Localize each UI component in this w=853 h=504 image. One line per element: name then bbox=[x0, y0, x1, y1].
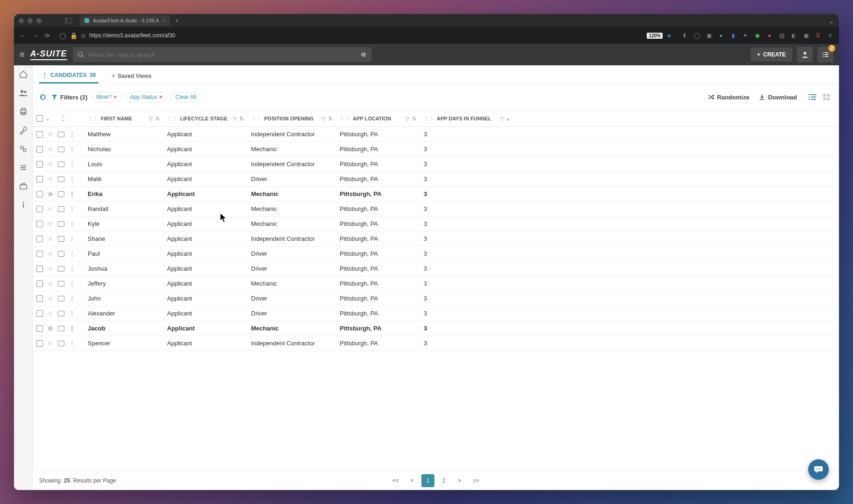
filters-button[interactable]: Filters (2) bbox=[51, 94, 88, 101]
row-card-icon[interactable] bbox=[58, 147, 64, 152]
new-tab-button[interactable]: + bbox=[175, 17, 178, 24]
reload-button[interactable]: ⟳ bbox=[45, 32, 50, 39]
sort-icon[interactable]: ⇅ bbox=[328, 116, 332, 122]
select-all-caret-icon[interactable]: ⌄ bbox=[46, 116, 49, 121]
extension-icon-4[interactable]: ✦ bbox=[742, 32, 748, 39]
table-row[interactable]: ☆ ⋮ Erika Applicant Mechanic Pittsburgh,… bbox=[33, 187, 839, 202]
row-star-icon[interactable]: ☆ bbox=[48, 340, 53, 347]
filter-icon[interactable]: ▽ bbox=[149, 116, 153, 122]
sidebar-toggle-icon[interactable] bbox=[65, 18, 71, 23]
row-card-icon[interactable] bbox=[58, 281, 64, 287]
row-menu-icon[interactable]: ⋮ bbox=[69, 295, 75, 302]
tab-candidates[interactable]: ⋮ CANDIDATES 39 bbox=[39, 68, 98, 84]
chat-fab[interactable] bbox=[808, 459, 829, 480]
page-prev-button[interactable]: < bbox=[406, 474, 419, 487]
grip-icon[interactable]: ⋮⋮ bbox=[251, 116, 261, 122]
print-icon[interactable] bbox=[18, 106, 28, 117]
bookmark-star-icon[interactable]: ★ bbox=[666, 32, 672, 39]
row-card-icon[interactable] bbox=[58, 341, 64, 346]
row-card-icon[interactable] bbox=[58, 266, 64, 272]
row-checkbox[interactable] bbox=[36, 236, 43, 242]
row-card-icon[interactable] bbox=[58, 251, 64, 257]
row-menu-icon[interactable]: ⋮ bbox=[69, 146, 75, 153]
home-icon[interactable] bbox=[18, 69, 28, 79]
randomize-button[interactable]: Randomize bbox=[708, 94, 749, 101]
minimize-window-button[interactable] bbox=[28, 18, 33, 23]
row-star-icon[interactable]: ☆ bbox=[48, 325, 53, 332]
row-checkbox[interactable] bbox=[36, 295, 43, 302]
forward-button[interactable]: → bbox=[32, 32, 38, 39]
extension-icon-10[interactable]: S bbox=[815, 32, 821, 39]
row-star-icon[interactable]: ☆ bbox=[48, 131, 53, 138]
row-menu-icon[interactable]: ⋮ bbox=[69, 205, 75, 212]
info-icon[interactable] bbox=[18, 200, 28, 210]
account-icon[interactable]: ◯ bbox=[693, 32, 700, 39]
grip-icon[interactable]: ⋮⋮ bbox=[340, 116, 350, 122]
row-checkbox[interactable] bbox=[36, 146, 43, 153]
row-checkbox[interactable] bbox=[36, 325, 43, 332]
extension-icon-7[interactable]: ▤ bbox=[778, 32, 785, 39]
row-checkbox[interactable] bbox=[36, 280, 43, 287]
row-star-icon[interactable]: ☆ bbox=[48, 280, 53, 287]
tab-close-icon[interactable]: × bbox=[162, 18, 165, 23]
table-row[interactable]: ☆ ⋮ Alexander Applicant Driver Pittsburg… bbox=[33, 306, 839, 321]
filter-chip-appstatus[interactable]: App Status × bbox=[126, 92, 167, 102]
row-star-icon[interactable]: ☆ bbox=[48, 220, 53, 227]
row-card-icon[interactable] bbox=[58, 176, 64, 182]
row-checkbox[interactable] bbox=[36, 340, 43, 347]
wrench-icon[interactable] bbox=[18, 125, 28, 135]
refresh-icon[interactable] bbox=[39, 93, 47, 101]
page-1-button[interactable]: 1 bbox=[421, 474, 434, 487]
table-row[interactable]: ☆ ⋮ Jeffery Applicant Mechanic Pittsburg… bbox=[33, 276, 839, 291]
table-row[interactable]: ☆ ⋮ Joshua Applicant Driver Pittsburgh, … bbox=[33, 261, 839, 276]
row-checkbox[interactable] bbox=[36, 176, 43, 182]
row-menu-icon[interactable]: ⋮ bbox=[69, 190, 75, 197]
table-row[interactable]: ☆ ⋮ Matthew Applicant Independent Contra… bbox=[33, 127, 839, 142]
download-button[interactable]: Download bbox=[759, 94, 797, 101]
row-star-icon[interactable]: ☆ bbox=[48, 250, 53, 257]
row-menu-icon[interactable]: ⋮ bbox=[69, 131, 75, 138]
maximize-window-button[interactable] bbox=[36, 18, 42, 23]
clear-all-chip[interactable]: Clear All bbox=[171, 92, 201, 102]
th-position-opening[interactable]: ⋮⋮POSITION OPENING▽⇅ bbox=[247, 111, 336, 127]
filter-icon[interactable]: ▽ bbox=[500, 116, 504, 122]
row-card-icon[interactable] bbox=[58, 326, 64, 331]
row-menu-icon[interactable]: ⋮ bbox=[69, 161, 75, 168]
extension-icon-3[interactable]: ▮ bbox=[730, 32, 736, 39]
row-menu-icon[interactable]: ⋮ bbox=[69, 235, 75, 242]
row-menu-icon[interactable]: ⋮ bbox=[69, 340, 75, 347]
row-menu-icon[interactable]: ⋮ bbox=[69, 175, 75, 182]
row-menu-icon[interactable]: ⋮ bbox=[69, 220, 75, 227]
row-star-icon[interactable]: ☆ bbox=[48, 310, 53, 317]
row-star-icon[interactable]: ☆ bbox=[48, 205, 53, 212]
drag-handle-icon[interactable]: ⋮ bbox=[42, 72, 48, 78]
extension-icon-5[interactable]: ◉ bbox=[754, 32, 761, 39]
table-row[interactable]: ☆ ⋮ John Applicant Driver Pittsburgh, PA… bbox=[33, 291, 839, 306]
row-star-icon[interactable]: ☆ bbox=[48, 190, 53, 197]
th-app-days[interactable]: ⋮⋮APP DAYS IN FUNNEL▽▴ bbox=[420, 111, 513, 127]
row-menu-icon[interactable]: ⋮ bbox=[69, 280, 75, 287]
row-checkbox[interactable] bbox=[36, 266, 43, 272]
row-card-icon[interactable] bbox=[58, 132, 64, 137]
app-logo[interactable]: A-SUITE bbox=[30, 49, 67, 60]
address-bar[interactable]: ◯ 🔒 ⊟ https://demo3.avatarfleet.com/af30… bbox=[56, 32, 675, 39]
window-dropdown-icon[interactable]: ⌄ bbox=[828, 16, 834, 25]
user-menu-button[interactable] bbox=[797, 47, 813, 63]
people-icon[interactable] bbox=[18, 88, 28, 98]
list-view-button[interactable] bbox=[806, 91, 818, 103]
table-row[interactable]: ☆ ⋮ Spencer Applicant Independent Contra… bbox=[33, 336, 839, 351]
table-row[interactable]: ☆ ⋮ Shane Applicant Independent Contract… bbox=[33, 231, 839, 246]
table-row[interactable]: ☆ ⋮ Nicholas Applicant Mechanic Pittsbur… bbox=[33, 142, 839, 157]
row-card-icon[interactable] bbox=[58, 311, 64, 316]
search-input[interactable] bbox=[89, 51, 356, 58]
grid-view-button[interactable] bbox=[820, 91, 832, 103]
filter-icon[interactable]: ▽ bbox=[406, 116, 409, 122]
page-2-button[interactable]: 2 bbox=[437, 474, 450, 487]
row-checkbox[interactable] bbox=[36, 191, 43, 197]
row-menu-icon[interactable]: ⋮ bbox=[69, 250, 75, 257]
filter-chip-mine[interactable]: Mine? × bbox=[92, 92, 121, 102]
tasks-button[interactable]: 7 bbox=[818, 47, 833, 63]
sort-icon[interactable]: ⇅ bbox=[412, 116, 416, 122]
row-menu-icon[interactable]: ⋮ bbox=[69, 325, 75, 332]
select-all-checkbox[interactable] bbox=[36, 115, 43, 122]
